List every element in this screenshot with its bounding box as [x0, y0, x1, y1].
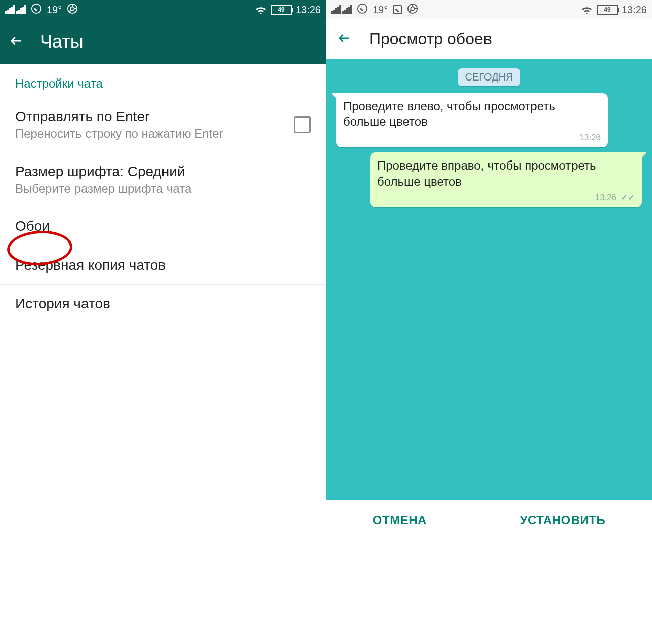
message-text: Проведите влево, чтобы просмотреть больш…	[343, 99, 555, 128]
message-time: 13:26	[595, 193, 617, 202]
chrome-icon	[67, 3, 78, 17]
cancel-button[interactable]: ОТМЕНА	[373, 513, 427, 527]
toolbar: Просмотр обоев	[326, 19, 652, 59]
whatsapp-icon	[31, 3, 42, 17]
back-button[interactable]	[337, 31, 351, 48]
row-subtitle: Выберите размер шрифта чата	[15, 182, 311, 196]
message-incoming: Проведите влево, чтобы просмотреть больш…	[336, 93, 608, 147]
footer-actions: ОТМЕНА УСТАНОВИТЬ	[326, 500, 652, 541]
signal-icon	[5, 5, 26, 14]
row-title: Резервная копия чатов	[15, 257, 311, 273]
wifi-icon	[581, 5, 593, 14]
svg-point-0	[32, 4, 41, 13]
message-time: 13:26	[580, 133, 601, 142]
row-backup[interactable]: Резервная копия чатов	[0, 246, 326, 285]
row-wallpaper[interactable]: Обои	[0, 207, 326, 246]
checkbox[interactable]	[294, 116, 311, 133]
battery-icon: 49	[597, 5, 618, 15]
row-title: Размер шрифта: Средний	[15, 164, 311, 180]
chrome-icon	[407, 3, 418, 17]
row-send-on-enter[interactable]: Отправлять по Enter Переносить строку по…	[0, 98, 326, 152]
message-text: Проведите вправо, чтобы просмотреть боль…	[377, 158, 596, 188]
temperature: 19°	[47, 4, 62, 16]
temperature: 19°	[373, 4, 388, 16]
settings-list: Настройки чата Отправлять по Enter Перен…	[0, 64, 326, 541]
wifi-icon	[255, 5, 267, 14]
signal-icon	[331, 5, 352, 14]
svg-point-3	[358, 4, 367, 13]
screen-wallpaper-preview: 19° 49 13:26 Просмотр обоев СЕГОДНЯ Пров…	[326, 0, 652, 541]
screen-chats-settings: 19° 49 13:26 Чаты Настройки чата Отправл…	[0, 0, 326, 541]
status-bar: 19° 49 13:26	[0, 0, 326, 19]
row-title: Обои	[15, 218, 311, 234]
row-history[interactable]: История чатов	[0, 285, 326, 323]
section-header: Настройки чата	[0, 64, 326, 98]
whatsapp-icon	[357, 3, 368, 17]
page-title: Чаты	[40, 31, 84, 52]
row-subtitle: Переносить строку по нажатию Enter	[15, 127, 284, 141]
clock: 13:26	[296, 4, 321, 16]
battery-icon: 49	[271, 5, 292, 15]
row-title: Отправлять по Enter	[15, 109, 284, 125]
image-icon	[393, 5, 402, 14]
message-outgoing: Проведите вправо, чтобы просмотреть боль…	[370, 152, 642, 207]
toolbar: Чаты	[0, 19, 326, 64]
read-ticks-icon: ✓✓	[621, 192, 635, 203]
page-title: Просмотр обоев	[369, 30, 492, 48]
row-title: История чатов	[15, 296, 311, 312]
row-font-size[interactable]: Размер шрифта: Средний Выберите размер ш…	[0, 152, 326, 207]
wallpaper-preview[interactable]: СЕГОДНЯ Проведите влево, чтобы просмотре…	[326, 59, 652, 500]
clock: 13:26	[622, 4, 647, 16]
set-button[interactable]: УСТАНОВИТЬ	[520, 513, 606, 527]
status-bar: 19° 49 13:26	[326, 0, 652, 19]
back-button[interactable]	[9, 33, 23, 50]
date-chip: СЕГОДНЯ	[458, 68, 520, 86]
